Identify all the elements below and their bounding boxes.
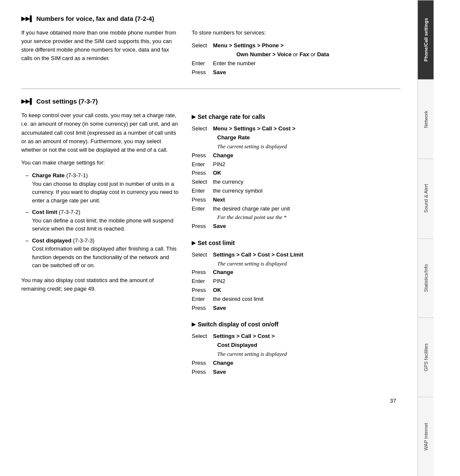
- instr-row: The current setting is displayed: [192, 260, 400, 268]
- section1-select-spacer: [192, 50, 213, 59]
- instr-val-select1: Menu > Settings > Call > Cost >: [213, 124, 400, 133]
- instr-row: Select the currency: [192, 178, 400, 187]
- instr-val-sd-cost-displayed: Cost Displayed: [217, 341, 400, 350]
- section-cost: ▶▶▌ Cost settings (7-3-7) To keep contro…: [21, 98, 400, 385]
- instr-key-press-cl-save: Press: [192, 304, 213, 313]
- switch-display-arrow: ▶: [192, 321, 196, 327]
- charge-rate-title: Set charge rate for calls: [198, 113, 265, 120]
- instr-row: Enter the currency symbol: [192, 187, 400, 196]
- section1-select-row2: Own Number > Voice or Fax or Data: [192, 50, 400, 59]
- bullet3-label: Cost displayed: [32, 237, 71, 244]
- cost-limit-arrow: ▶: [192, 240, 196, 246]
- instr-val-currency: the currency: [213, 178, 400, 187]
- bullet-dash-3: –: [26, 237, 29, 270]
- instr-key-press-save1: Press: [192, 222, 213, 231]
- instr-val-cl-save: Save: [213, 304, 400, 313]
- subsection-cost-limit: ▶ Set cost limit Select Settings > Call …: [192, 239, 400, 313]
- instr-key-enter-pin1: Enter: [192, 160, 213, 169]
- sidebar-tab-statistics-label: Statistics/Info: [423, 264, 428, 291]
- instr-row: Charge Rate: [192, 133, 400, 142]
- section2-arrows: ▶▶▌: [21, 98, 34, 104]
- bullet1-text: You can choose to display cost just in n…: [32, 181, 178, 204]
- sidebar-tab-sound-alert-label: Sound & Alert: [423, 184, 428, 213]
- instr-spacer1: [192, 133, 213, 142]
- section1-left: If you have obtained more than one mobil…: [21, 29, 179, 80]
- sidebar-tab-wap-label: WAP Internet: [423, 423, 428, 450]
- instr-val-cl-pin: PIN2: [213, 277, 400, 286]
- instr-val-sd-path: Settings > Call > Cost >: [213, 332, 400, 341]
- section1-voice: Voice: [277, 51, 292, 58]
- instr-val-next: Next: [213, 196, 400, 205]
- section1-or1: or: [291, 51, 299, 58]
- instr-spacer-decimal: [192, 213, 213, 222]
- section-divider: [21, 89, 400, 89]
- section1-press-row: Press Save: [192, 68, 400, 77]
- sidebar-tab-phone-call-label: Phone/Call settings: [423, 18, 428, 62]
- instr-key-press-cl-change: Press: [192, 268, 213, 277]
- instr-val-decimal: For the decimal point use the *: [217, 213, 400, 222]
- bullet3-text: Cost information will be displayed after…: [32, 245, 176, 268]
- instr-val-pin1: PIN2: [213, 160, 400, 169]
- instr-row: Press Change: [192, 359, 400, 368]
- instr-row: Press Save: [192, 368, 400, 377]
- instr-row: Enter PIN2: [192, 277, 400, 286]
- page-number: 37: [21, 398, 400, 404]
- section1-instructions: Select Menu > Settings > Phone > Own Num…: [192, 41, 400, 77]
- section2-para3: You may also display cost statistics and…: [21, 276, 179, 293]
- instr-row: The current setting is displayed: [192, 350, 400, 359]
- instr-val-ok1: OK: [213, 169, 400, 178]
- section2-para1: To keep control over your call costs, yo…: [21, 111, 179, 154]
- instr-row: Cost Displayed: [192, 341, 400, 350]
- section1-fax: Fax: [299, 51, 309, 58]
- section1-right-intro: To store numbers for services:: [192, 29, 400, 37]
- instr-spacer-sd2: [192, 350, 213, 359]
- instr-val-charge-rate: Charge Rate: [217, 133, 400, 142]
- bullet1-suffix: (7-3-7-1): [65, 172, 88, 179]
- section2-left: To keep control over your call costs, yo…: [21, 111, 179, 385]
- section-numbers: ▶▶▌ Numbers for voice, fax and data (7-2…: [21, 15, 400, 80]
- list-item: – Charge Rate (7-3-7-1) You can choose t…: [26, 171, 179, 205]
- switch-display-header: ▶ Switch display of cost on/off: [192, 321, 400, 328]
- cost-limit-instructions: Select Settings > Call > Cost > Cost Lim…: [192, 251, 400, 313]
- instr-key-enter-sym: Enter: [192, 187, 213, 196]
- instr-row: For the decimal point use the *: [192, 213, 400, 222]
- instr-key-press-change1: Press: [192, 151, 213, 160]
- switch-display-title: Switch display of cost on/off: [198, 321, 279, 328]
- section1-enter-row: Enter Enter the number: [192, 59, 400, 68]
- sidebar-tab-network[interactable]: Network: [418, 79, 434, 159]
- instr-row: Press Save: [192, 304, 400, 313]
- bullet2-text: You can define a cost limit; the mobile …: [32, 217, 173, 232]
- instr-row: Enter the desired charge rate per unit: [192, 205, 400, 213]
- section1-select-key: Select: [192, 41, 213, 50]
- section1-indent: Own Number > Voice or Fax or Data: [236, 50, 329, 59]
- section2-columns: To keep control over your call costs, yo…: [21, 111, 400, 385]
- section1-press-val: Save: [213, 68, 400, 77]
- instr-key-press-sd-save: Press: [192, 368, 213, 377]
- instr-spacer-cl1: [192, 260, 213, 268]
- instr-val-cl-current: The current setting is displayed: [217, 260, 400, 268]
- sidebar-tab-sound-alert[interactable]: Sound & Alert: [418, 159, 434, 238]
- sidebar-tab-wap[interactable]: WAP Internet: [418, 397, 434, 476]
- section1-or2: or: [309, 51, 317, 58]
- instr-key-press-ok1: Press: [192, 169, 213, 178]
- list-item: – Cost displayed (7-3-7-3) Cost informat…: [26, 237, 179, 270]
- instr-key-enter-cl-pin: Enter: [192, 277, 213, 286]
- instr-key-select-sd: Select: [192, 332, 213, 341]
- instr-val-sd-current: The current setting is displayed: [217, 350, 400, 359]
- subsection-charge-rate: ▶ Set charge rate for calls Select Menu …: [192, 113, 400, 231]
- sidebar-tab-phone-call[interactable]: Phone/Call settings: [418, 0, 434, 79]
- instr-row: Press OK: [192, 169, 400, 178]
- instr-val-cl-change: Change: [213, 268, 400, 277]
- sidebar-tab-statistics[interactable]: Statistics/Info: [418, 238, 434, 317]
- instr-row: Press Next: [192, 196, 400, 205]
- instr-row: Select Settings > Call > Cost >: [192, 332, 400, 341]
- instr-val-sd-change: Change: [213, 359, 400, 368]
- instr-spacer-sd1: [192, 341, 213, 350]
- cost-limit-header: ▶ Set cost limit: [192, 239, 400, 246]
- sidebar-tab-gps[interactable]: GPS facilities: [418, 317, 434, 397]
- section2-title: Cost settings (7-3-7): [36, 98, 98, 105]
- charge-rate-arrow: ▶: [192, 114, 196, 120]
- bullet-dash-2: –: [26, 208, 29, 233]
- section1-arrows: ▶▶▌: [21, 15, 34, 22]
- subsection-switch-display: ▶ Switch display of cost on/off Select S…: [192, 321, 400, 376]
